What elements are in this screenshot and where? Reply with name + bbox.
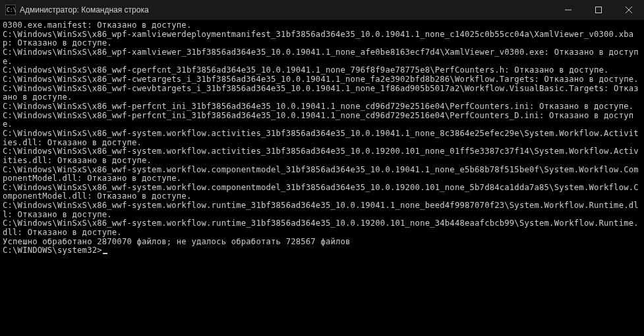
prompt-text: C:\WINDOWS\system32> <box>3 246 102 255</box>
titlebar[interactable]: C:\ Администратор: Командная строка <box>0 0 644 20</box>
terminal-line: C:\Windows\WinSxS\x86_wwf-system.workflo… <box>3 201 641 219</box>
terminal-line: C:\Windows\WinSxS\x86_wwf-system.workflo… <box>3 147 641 165</box>
terminal-line: C:\Windows\WinSxS\x86_wwf-cwevbtargets_i… <box>3 84 641 102</box>
terminal-line: C:\Windows\WinSxS\x86_wwf-system.workflo… <box>3 129 641 147</box>
terminal-line: 0300.exe.manifest: Отказано в доступе. <box>3 21 641 30</box>
minimize-button[interactable] <box>553 0 583 20</box>
terminal-line: C:\Windows\WinSxS\x86_wwf-perfcnt_ini_31… <box>3 102 641 112</box>
maximize-button[interactable] <box>583 0 614 20</box>
terminal-line: C:\Windows\WinSxS\x86_wpf-xamlviewer_31b… <box>3 48 641 66</box>
svg-text:C:\: C:\ <box>7 7 16 13</box>
cmd-icon: C:\ <box>5 5 16 15</box>
terminal-line: C:\Windows\WinSxS\x86_wwf-cperfcnt_31bf3… <box>3 66 641 75</box>
terminal-output[interactable]: 0300.exe.manifest: Отказано в доступе.C:… <box>0 20 644 336</box>
terminal-line: C:\Windows\WinSxS\x86_wwf-perfcnt_ini_31… <box>3 112 641 129</box>
terminal-line: C:\Windows\WinSxS\x86_wwf-system.workflo… <box>3 166 641 184</box>
terminal-line: C:\Windows\WinSxS\x86_wwf-cwetargets_i_3… <box>3 75 641 84</box>
window-title: Администратор: Командная строка <box>20 5 553 15</box>
command-prompt-window: C:\ Администратор: Командная строка 0300… <box>0 0 644 336</box>
terminal-line: C:\Windows\WinSxS\x86_wwf-system.workflo… <box>3 219 641 237</box>
cursor <box>103 253 107 254</box>
close-button[interactable] <box>614 0 644 20</box>
prompt-line[interactable]: C:\WINDOWS\system32> <box>3 246 641 255</box>
window-controls <box>553 0 644 20</box>
terminal-line: Успешно обработано 2870070 файлов; не уд… <box>3 238 641 247</box>
terminal-line: C:\Windows\WinSxS\x86_wwf-system.workflo… <box>3 184 641 201</box>
terminal-line: C:\Windows\WinSxS\x86_wpf-xamlviewerdepl… <box>3 30 641 48</box>
svg-rect-3 <box>596 7 602 13</box>
